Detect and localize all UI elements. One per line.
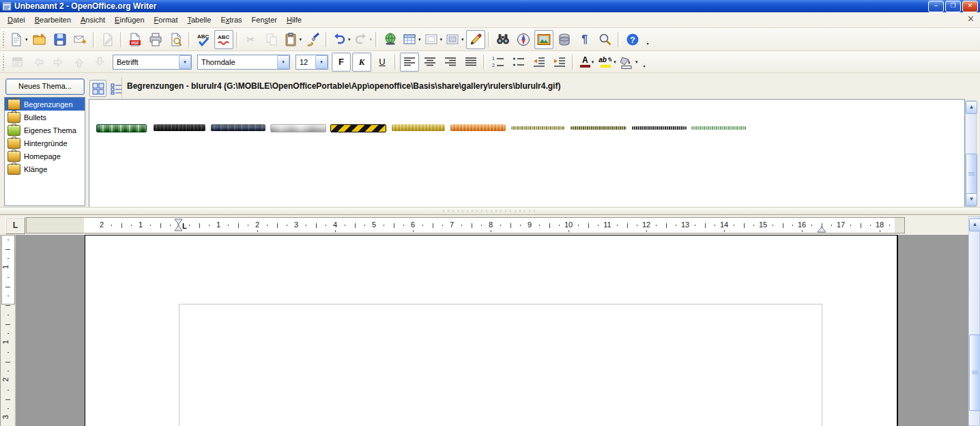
gallery-item-green-ruler[interactable] bbox=[96, 124, 147, 132]
hyperlink-button[interactable] bbox=[381, 30, 400, 49]
gallery-item-green-dotted-ruler[interactable] bbox=[691, 126, 747, 130]
gallery-theme-klnge[interactable]: Klänge bbox=[5, 162, 85, 175]
scroll-up-icon[interactable]: ▲ bbox=[969, 218, 980, 231]
page-preview-button[interactable] bbox=[167, 30, 186, 49]
combo-dropdown-icon[interactable]: ▾ bbox=[277, 55, 289, 69]
toolbar-options-button[interactable]: ·▾ bbox=[647, 40, 649, 45]
gallery-item-black-ruler[interactable] bbox=[154, 124, 205, 131]
menu-ansicht[interactable]: Ansicht bbox=[76, 14, 110, 26]
align-right-button[interactable] bbox=[441, 53, 460, 72]
minimize-button[interactable]: – bbox=[928, 1, 944, 12]
document-page[interactable] bbox=[85, 235, 898, 426]
close-document-icon[interactable]: ✕ bbox=[967, 14, 975, 24]
gallery-button[interactable] bbox=[534, 30, 553, 49]
gallery-item-yellow-ruler[interactable] bbox=[392, 124, 445, 131]
gallery-item-blue-black-ruler[interactable] bbox=[211, 124, 265, 131]
format-paintbrush-button[interactable] bbox=[304, 30, 323, 49]
combo-dropdown-icon[interactable]: ▾ bbox=[179, 55, 191, 69]
dropdown-arrow-icon[interactable]: ▾ bbox=[461, 37, 464, 42]
bold-button[interactable]: F bbox=[332, 53, 351, 72]
increase-indent-button[interactable] bbox=[550, 53, 569, 72]
decrease-indent-button[interactable] bbox=[530, 53, 549, 72]
gallery-scrollbar[interactable]: ▲ ▼ bbox=[965, 100, 977, 207]
dropdown-arrow-icon[interactable]: ▾ bbox=[440, 37, 443, 42]
paragraph-style-combo[interactable]: Betrifft▾ bbox=[113, 55, 192, 70]
draw-functions-button[interactable] bbox=[466, 30, 485, 49]
gallery-resize-splitter[interactable] bbox=[0, 207, 980, 215]
list-view-button[interactable] bbox=[108, 80, 125, 97]
new-document-button[interactable]: ▾ bbox=[8, 30, 29, 49]
font-color-button[interactable]: A▾ bbox=[577, 53, 596, 72]
paragraph-style-combo-value[interactable]: Betrifft bbox=[113, 58, 179, 66]
spellcheck-button[interactable]: ABC bbox=[194, 30, 213, 49]
scroll-up-icon[interactable]: ▲ bbox=[966, 101, 977, 114]
gallery-item-dark-olive-dotted-ruler[interactable] bbox=[571, 126, 626, 130]
menu-bearbeiten[interactable]: Bearbeiten bbox=[30, 14, 76, 26]
zoom-button[interactable] bbox=[596, 30, 615, 49]
menu-extras[interactable]: Extras bbox=[216, 14, 246, 26]
find-replace-button[interactable] bbox=[493, 30, 513, 49]
insert-table-button[interactable]: ▾ bbox=[401, 30, 422, 49]
numbered-list-button[interactable]: 12 bbox=[489, 53, 508, 72]
navigator-button[interactable] bbox=[514, 30, 533, 49]
font-size-combo-value[interactable]: 12 bbox=[296, 58, 315, 66]
paste-button[interactable]: ▾ bbox=[283, 30, 303, 49]
menu-fenster[interactable]: Fenster bbox=[247, 14, 282, 26]
email-document-button[interactable] bbox=[71, 30, 90, 49]
gallery-item-yellow-black-hazard-ruler[interactable] bbox=[330, 124, 386, 132]
insert-section-button[interactable]: ▾ bbox=[444, 30, 465, 49]
combo-dropdown-icon[interactable]: ▾ bbox=[315, 55, 328, 69]
help-button[interactable]: ? bbox=[623, 30, 642, 49]
gallery-theme-bullets[interactable]: Bullets bbox=[5, 111, 85, 124]
print-button[interactable] bbox=[146, 30, 165, 49]
document-scrollbar[interactable]: ▲ bbox=[968, 216, 980, 426]
toolbar-grip[interactable] bbox=[1, 31, 6, 48]
save-button[interactable] bbox=[51, 30, 70, 49]
menu-tabelle[interactable]: Tabelle bbox=[182, 14, 216, 26]
export-pdf-button[interactable]: PDF bbox=[126, 30, 145, 49]
menu-datei[interactable]: Datei bbox=[3, 14, 30, 26]
gallery-item-black-dotted-ruler[interactable] bbox=[632, 126, 687, 130]
gallery-theme-eigenesthema[interactable]: Eigenes Thema bbox=[5, 124, 85, 137]
font-size-combo[interactable]: 12▾ bbox=[296, 55, 328, 70]
auto-spellcheck-button[interactable]: ABC bbox=[214, 30, 233, 49]
toolbar-options-button[interactable]: ·▾ bbox=[644, 62, 646, 68]
close-button[interactable]: ✕ bbox=[962, 1, 978, 12]
gallery-item-orange-ruler[interactable] bbox=[450, 124, 506, 131]
icon-view-button[interactable] bbox=[89, 80, 106, 97]
new-theme-button[interactable]: Neues Thema... bbox=[5, 79, 85, 95]
gallery-theme-hintergrnde[interactable]: Hintergründe bbox=[5, 137, 85, 150]
dropdown-arrow-icon[interactable]: ▾ bbox=[300, 37, 302, 42]
background-color-button[interactable]: ▾ bbox=[618, 53, 639, 72]
dropdown-arrow-icon[interactable]: ▾ bbox=[348, 37, 351, 42]
data-sources-button[interactable] bbox=[555, 30, 574, 49]
menu-format[interactable]: Format bbox=[149, 14, 183, 26]
scrollbar-thumb[interactable] bbox=[969, 335, 980, 411]
gallery-item-olive-dotted-ruler[interactable] bbox=[511, 126, 565, 130]
dropdown-arrow-icon[interactable]: ▾ bbox=[25, 37, 28, 42]
scrollbar-thumb[interactable] bbox=[966, 154, 977, 195]
dropdown-arrow-icon[interactable]: ▾ bbox=[614, 59, 616, 65]
open-button[interactable] bbox=[30, 30, 49, 49]
restore-button[interactable]: ❐ bbox=[945, 1, 961, 12]
italic-button[interactable]: K bbox=[352, 53, 371, 72]
menu-hilfe[interactable]: Hilfe bbox=[282, 14, 306, 26]
gallery-theme-begrenzungen[interactable]: Begrenzungen bbox=[5, 98, 85, 111]
justify-button[interactable] bbox=[461, 53, 480, 72]
dropdown-arrow-icon[interactable]: ▾ bbox=[592, 59, 594, 65]
insert-frame-button[interactable]: ▾ bbox=[423, 30, 444, 49]
undo-button[interactable]: ▾ bbox=[331, 30, 351, 49]
dropdown-arrow-icon[interactable]: ▾ bbox=[418, 37, 421, 42]
scroll-down-icon[interactable]: ▼ bbox=[966, 193, 977, 206]
menu-einfgen[interactable]: Einfügen bbox=[110, 14, 149, 26]
gallery-theme-homepage[interactable]: Homepage bbox=[5, 150, 85, 162]
align-center-button[interactable] bbox=[420, 53, 439, 72]
tab-stop-selector[interactable]: L bbox=[5, 217, 25, 234]
toolbar-grip[interactable] bbox=[1, 54, 6, 70]
dropdown-arrow-icon[interactable]: ▾ bbox=[370, 37, 373, 42]
font-name-combo-value[interactable]: Thorndale bbox=[198, 58, 277, 66]
bullet-list-button[interactable] bbox=[509, 53, 528, 72]
font-name-combo[interactable]: Thorndale▾ bbox=[197, 55, 290, 70]
dropdown-arrow-icon[interactable]: ▾ bbox=[635, 59, 638, 65]
gallery-item-gray-gradient-ruler[interactable] bbox=[270, 124, 326, 132]
